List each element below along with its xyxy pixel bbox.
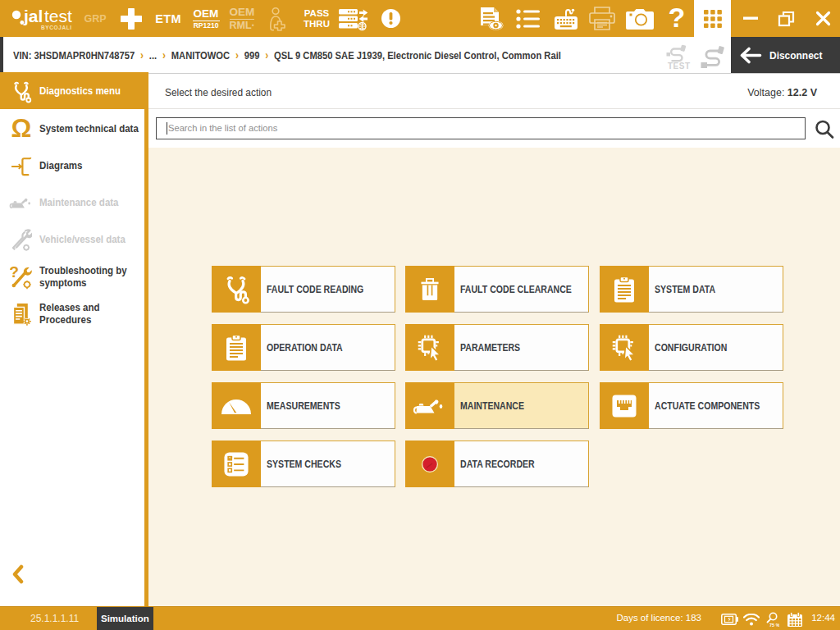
svg-text:jal: jal	[23, 6, 43, 25]
svg-text:?: ?	[10, 265, 19, 281]
svg-text:BYCOJALI: BYCOJALI	[41, 24, 72, 30]
svg-text:75 %: 75 %	[769, 623, 779, 628]
svg-text:TEST: TEST	[668, 62, 691, 71]
svg-text:test: test	[44, 6, 72, 25]
